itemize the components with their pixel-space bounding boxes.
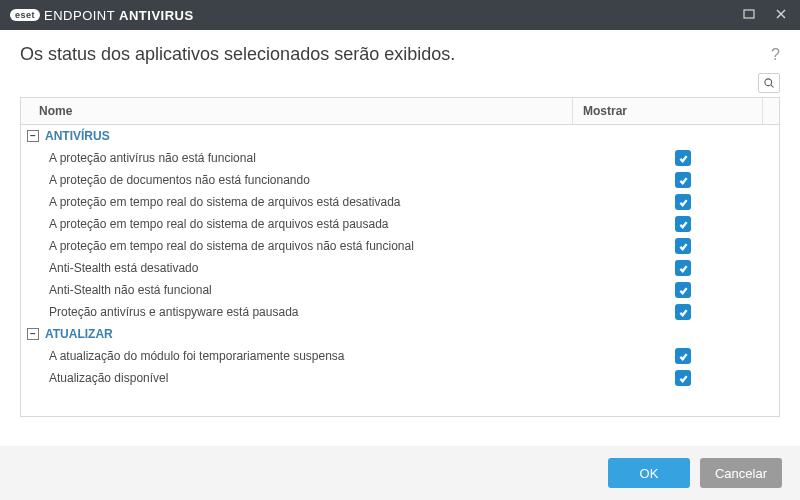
- table-body[interactable]: −ANTIVÍRUSA proteção antivírus não está …: [21, 125, 779, 416]
- show-checkbox[interactable]: [675, 216, 691, 232]
- show-checkbox[interactable]: [675, 238, 691, 254]
- show-checkbox[interactable]: [675, 172, 691, 188]
- item-check-cell: [593, 238, 773, 254]
- item-label: A proteção de documentos não está funcio…: [49, 173, 593, 187]
- table-row[interactable]: Anti-Stealth não está funcional: [21, 279, 779, 301]
- table-row[interactable]: Atualização disponível: [21, 367, 779, 389]
- item-check-cell: [593, 216, 773, 232]
- item-check-cell: [593, 348, 773, 364]
- group-label: ATUALIZAR: [45, 327, 113, 341]
- show-checkbox[interactable]: [675, 194, 691, 210]
- item-check-cell: [593, 282, 773, 298]
- cancel-button[interactable]: Cancelar: [700, 458, 782, 488]
- table-row[interactable]: A proteção antivírus não está funcional: [21, 147, 779, 169]
- item-label: A proteção em tempo real do sistema de a…: [49, 217, 593, 231]
- item-label: A proteção antivírus não está funcional: [49, 151, 593, 165]
- show-checkbox[interactable]: [675, 304, 691, 320]
- item-check-cell: [593, 150, 773, 166]
- table-row[interactable]: A proteção em tempo real do sistema de a…: [21, 235, 779, 257]
- group-label: ANTIVÍRUS: [45, 129, 110, 143]
- item-check-cell: [593, 370, 773, 386]
- search-icon: [763, 77, 775, 89]
- item-label: A atualização do módulo foi temporariame…: [49, 349, 593, 363]
- table-header: Nome Mostrar: [21, 98, 779, 125]
- search-button[interactable]: [758, 73, 780, 93]
- table-row[interactable]: Proteção antivírus e antispyware está pa…: [21, 301, 779, 323]
- show-checkbox[interactable]: [675, 370, 691, 386]
- collapse-icon[interactable]: −: [27, 130, 39, 142]
- show-checkbox[interactable]: [675, 260, 691, 276]
- show-checkbox[interactable]: [675, 282, 691, 298]
- col-scroll-spacer: [763, 98, 779, 124]
- svg-point-1: [765, 79, 772, 86]
- status-table: Nome Mostrar −ANTIVÍRUSA proteção antiví…: [20, 97, 780, 417]
- collapse-icon[interactable]: −: [27, 328, 39, 340]
- brand-name-light: ENDPOINT: [44, 8, 119, 23]
- show-checkbox[interactable]: [675, 150, 691, 166]
- header: Os status dos aplicativos selecionados s…: [0, 30, 800, 73]
- group-row[interactable]: −ANTIVÍRUS: [21, 125, 779, 147]
- item-label: Atualização disponível: [49, 371, 593, 385]
- table-row[interactable]: A atualização do módulo foi temporariame…: [21, 345, 779, 367]
- item-label: Anti-Stealth está desativado: [49, 261, 593, 275]
- group-row[interactable]: −ATUALIZAR: [21, 323, 779, 345]
- window: eset ENDPOINT ANTIVIRUS Os status dos ap…: [0, 0, 800, 500]
- show-checkbox[interactable]: [675, 348, 691, 364]
- table-row[interactable]: A proteção em tempo real do sistema de a…: [21, 191, 779, 213]
- svg-rect-0: [744, 10, 754, 18]
- item-label: Proteção antivírus e antispyware está pa…: [49, 305, 593, 319]
- brand-name-bold: ANTIVIRUS: [119, 8, 194, 23]
- titlebar: eset ENDPOINT ANTIVIRUS: [0, 0, 800, 30]
- maximize-icon[interactable]: [740, 6, 758, 24]
- brand: eset ENDPOINT ANTIVIRUS: [10, 8, 194, 23]
- item-label: Anti-Stealth não está funcional: [49, 283, 593, 297]
- window-controls: [740, 6, 790, 24]
- ok-button[interactable]: OK: [608, 458, 690, 488]
- item-check-cell: [593, 260, 773, 276]
- brand-name: ENDPOINT ANTIVIRUS: [44, 8, 194, 23]
- brand-badge: eset: [10, 9, 40, 21]
- col-name[interactable]: Nome: [21, 98, 573, 124]
- help-icon[interactable]: ?: [771, 46, 780, 64]
- table-row[interactable]: Anti-Stealth está desativado: [21, 257, 779, 279]
- item-label: A proteção em tempo real do sistema de a…: [49, 239, 593, 253]
- item-check-cell: [593, 194, 773, 210]
- col-show[interactable]: Mostrar: [573, 98, 763, 124]
- close-icon[interactable]: [772, 6, 790, 24]
- table-row[interactable]: A proteção de documentos não está funcio…: [21, 169, 779, 191]
- table-row[interactable]: A proteção em tempo real do sistema de a…: [21, 213, 779, 235]
- page-title: Os status dos aplicativos selecionados s…: [20, 44, 455, 65]
- footer: OK Cancelar: [0, 446, 800, 500]
- item-check-cell: [593, 172, 773, 188]
- item-check-cell: [593, 304, 773, 320]
- search-bar: [0, 73, 800, 97]
- item-label: A proteção em tempo real do sistema de a…: [49, 195, 593, 209]
